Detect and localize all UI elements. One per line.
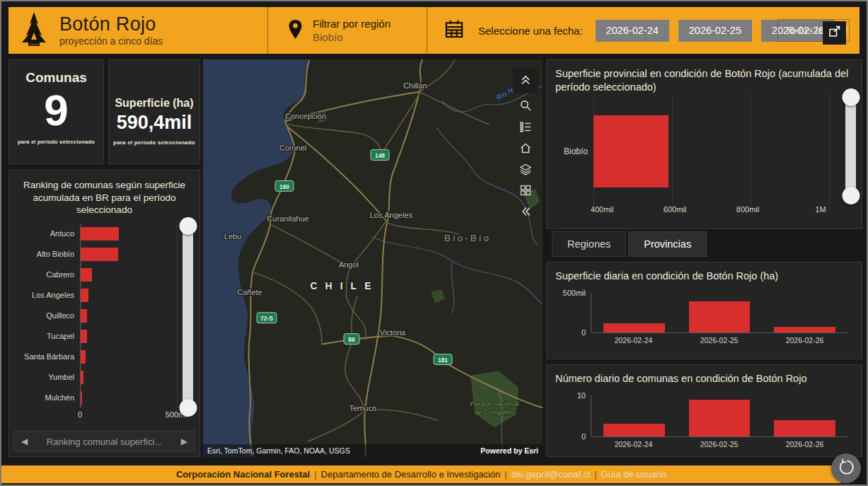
footer-separator: |: [594, 469, 596, 480]
map-search-button[interactable]: [513, 96, 538, 117]
category-label: Alto Biobío: [15, 250, 80, 258]
bar[interactable]: [594, 115, 669, 187]
category-label: 2026-02-24: [591, 336, 676, 345]
tab-regiones[interactable]: Regiones: [552, 231, 626, 257]
refresh-button[interactable]: [831, 453, 861, 483]
category-label: Antuco: [15, 229, 80, 238]
bar[interactable]: [774, 327, 835, 332]
map-pin-icon: [288, 19, 303, 42]
ranking-chart-title: Ranking de comunas según superficie acum…: [15, 179, 194, 216]
bar[interactable]: [603, 323, 665, 332]
map-label-los-angeles: Los Ángeles: [370, 211, 413, 219]
map-attribution: Esri, TomTom, Garmin, FAO, NOAA, USGS: [207, 446, 350, 455]
scrollbar-knob-top[interactable]: [179, 217, 197, 235]
bar-row[interactable]: Cabrero: [15, 265, 177, 285]
ranking-scrollbar[interactable]: [183, 223, 193, 411]
bar-column[interactable]: [677, 395, 763, 436]
axis-tick-label: 1M: [815, 205, 826, 214]
date-button-1[interactable]: 2026-02-24: [596, 20, 669, 42]
comunas-title: Comunas: [9, 70, 103, 86]
bar[interactable]: [603, 424, 665, 436]
map-label-coronel: Coronel: [279, 144, 306, 152]
bar-row[interactable]: Mulchén: [15, 388, 177, 408]
footer-email-link[interactable]: dei.geprif@conaf.cl: [511, 469, 590, 480]
map-label-chillan: Chillán: [403, 81, 427, 90]
map-legend-button[interactable]: [513, 117, 538, 139]
bar[interactable]: [689, 301, 751, 332]
bar[interactable]: [81, 371, 83, 384]
footer-bar: Corporación Nacional Forestal | Departam…: [1, 465, 841, 483]
superficie-caption: para el período seleccionado: [109, 139, 199, 146]
region-filter-label: Filtrar por región: [313, 18, 390, 30]
bar[interactable]: [81, 289, 88, 302]
pager-label: Ranking comunal superfici...: [47, 436, 162, 447]
bar-column[interactable]: [591, 395, 677, 436]
bar-row[interactable]: Santa Bárbara: [15, 347, 177, 367]
open-external-button[interactable]: [823, 21, 846, 45]
category-label: Yumbel: [15, 373, 80, 381]
scrollbar-knob-bottom[interactable]: [842, 187, 860, 204]
map-canvas[interactable]: 148 160 72-S 86 181 Chillán Concepción C…: [203, 59, 543, 457]
category-label: 2026-02-25: [676, 440, 762, 449]
bar-column[interactable]: [677, 293, 763, 332]
category-label: Tucapel: [15, 332, 80, 340]
provincial-chart-title: Superficie provincial en condición de Bo…: [555, 67, 853, 94]
refresh-icon: [838, 458, 855, 478]
svg-text:160: 160: [279, 183, 289, 190]
map-label-curanilahue: Curanilahue: [267, 214, 308, 223]
bar-row[interactable]: Antuco: [15, 224, 177, 244]
footer-guide-link[interactable]: Guía de usuario: [601, 469, 667, 480]
external-link-icon: [828, 25, 841, 41]
bar[interactable]: [81, 391, 82, 405]
collapse-left-button[interactable]: [513, 202, 538, 224]
bar[interactable]: [81, 248, 118, 261]
bar[interactable]: [774, 420, 835, 436]
basemap-grid-icon: [519, 184, 532, 199]
scrollbar-knob-bottom[interactable]: [179, 399, 197, 417]
bar-row[interactable]: Quilleco: [15, 306, 177, 326]
daily-comunas-x-labels: 2026-02-242026-02-252026-02-26: [591, 437, 847, 449]
bar-column[interactable]: [762, 395, 847, 436]
daily-surface-plot: 0500mil: [591, 293, 847, 333]
axis-tick-label: 800mil: [736, 205, 759, 214]
map[interactable]: 148 160 72-S 86 181 Chillán Concepción C…: [203, 59, 543, 457]
tab-provincias[interactable]: Provincias: [628, 231, 707, 257]
bar[interactable]: [81, 330, 87, 343]
bar-row[interactable]: Alto Biobío: [15, 244, 177, 265]
pager-prev-arrow-icon[interactable]: ◀: [21, 436, 28, 446]
bar-column[interactable]: [591, 293, 677, 332]
bar-row[interactable]: Tucapel: [15, 326, 177, 347]
bar-row[interactable]: Los Angeles: [15, 285, 177, 306]
provincial-scrollbar[interactable]: [845, 94, 856, 199]
date-button-2[interactable]: 2026-02-25: [678, 20, 752, 42]
map-label-angol: Angol: [339, 260, 359, 269]
bar[interactable]: [689, 400, 751, 436]
bar-column[interactable]: [762, 293, 847, 332]
axis-tick-label: 600mil: [664, 205, 686, 214]
collapse-up-button[interactable]: [513, 68, 538, 93]
left-column: Comunas 9 para el período seleccionado S…: [8, 59, 200, 457]
map-label-victoria: Victoria: [380, 328, 406, 337]
category-label: 2026-02-24: [591, 440, 676, 449]
comunas-stat-panel: Comunas 9 para el período seleccionado: [8, 59, 104, 164]
region-filter[interactable]: Filtrar por región Biobío: [268, 7, 427, 54]
bar[interactable]: [81, 268, 92, 282]
map-home-button[interactable]: [513, 139, 538, 160]
provincial-chart-panel: Superficie provincial en condición de Bo…: [546, 59, 862, 229]
bar[interactable]: [81, 227, 119, 241]
bar[interactable]: [81, 350, 86, 364]
bar[interactable]: [81, 309, 87, 323]
bar-row[interactable]: Yumbel: [15, 367, 177, 388]
header-bar: conaf Botón Rojo proyección a cinco días…: [8, 7, 860, 54]
layers-icon: [519, 163, 532, 178]
daily-surface-panel: Superficie diaria en condición de Botón …: [546, 262, 862, 359]
footer-separator: |: [314, 469, 316, 480]
map-basemap-button[interactable]: [513, 181, 538, 202]
map-layers-button[interactable]: [513, 160, 538, 181]
page-title: Botón Rojo: [59, 14, 163, 34]
scrollbar-knob-top[interactable]: [842, 88, 860, 106]
pager-next-arrow-icon[interactable]: ▶: [181, 436, 187, 446]
bar-row[interactable]: Biobío: [555, 100, 829, 203]
level-tabs: Regiones Provincias: [552, 231, 707, 257]
footer-org: Corporación Nacional Forestal: [176, 469, 310, 480]
